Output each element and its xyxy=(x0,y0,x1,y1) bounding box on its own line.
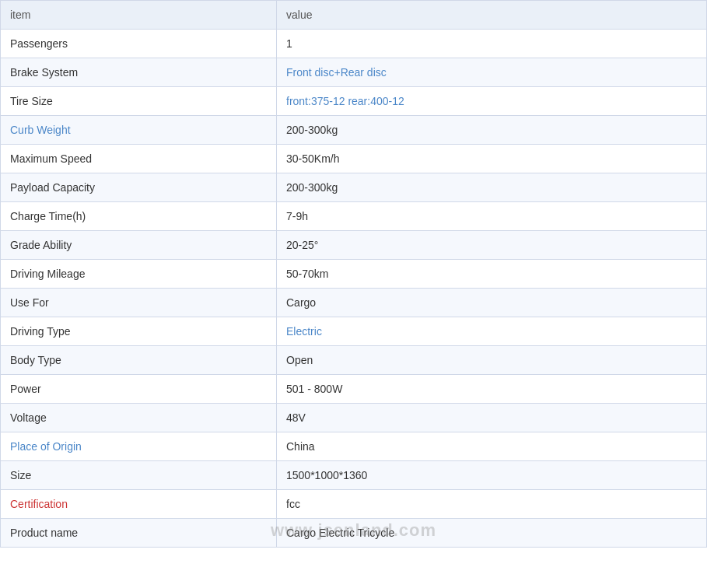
row-item: Tire Size xyxy=(1,87,277,115)
row-item: Use For xyxy=(1,289,277,317)
row-value: 501 - 800W xyxy=(277,375,706,403)
row-item: Driving Mileage xyxy=(1,260,277,288)
row-item: Maximum Speed xyxy=(1,145,277,173)
row-item: Driving Type xyxy=(1,317,277,345)
table-row: Tire Size front:375-12 rear:400-12 xyxy=(1,87,706,116)
row-value: 200-300kg xyxy=(277,116,706,144)
row-value: Cargo xyxy=(277,289,706,317)
row-item: Curb Weight xyxy=(1,116,277,144)
table-row: Body Type Open xyxy=(1,346,706,375)
table-row: Curb Weight 200-300kg xyxy=(1,116,706,145)
table-row: Charge Time(h) 7-9h xyxy=(1,202,706,231)
table-row: Voltage 48V xyxy=(1,404,706,432)
row-value: Electric xyxy=(277,317,706,345)
table-row: Power 501 - 800W xyxy=(1,375,706,404)
table-row: Certification fcc xyxy=(1,490,706,519)
row-item: Place of Origin xyxy=(1,432,277,460)
row-value: Cargo Electric Tricycle xyxy=(277,519,706,547)
row-value: China xyxy=(277,432,706,460)
table-row: Payload Capacity 200-300kg xyxy=(1,173,706,202)
row-value: front:375-12 rear:400-12 xyxy=(277,87,706,115)
table-row: Brake System Front disc+Rear disc xyxy=(1,58,706,87)
row-item: Charge Time(h) xyxy=(1,202,277,230)
row-value: 50-70km xyxy=(277,260,706,288)
table-row: Grade Ability 20-25° xyxy=(1,231,706,260)
row-item: Product name xyxy=(1,519,277,547)
table-row: Size 1500*1000*1360 xyxy=(1,461,706,490)
header-value: value xyxy=(277,1,706,29)
table-row: Product name Cargo Electric Tricycle xyxy=(1,519,706,547)
row-item: Power xyxy=(1,375,277,403)
specs-table: item value Passengers 1 Brake System Fro… xyxy=(0,0,707,548)
row-item: Voltage xyxy=(1,404,277,432)
row-value: 1 xyxy=(277,30,706,58)
row-item: Certification xyxy=(1,490,277,518)
row-item: Size xyxy=(1,461,277,489)
row-value: Front disc+Rear disc xyxy=(277,58,706,86)
row-item: Passengers xyxy=(1,30,277,58)
table-row: Place of Origin China xyxy=(1,432,706,461)
table-row: Driving Mileage 50-70km xyxy=(1,260,706,289)
table-header: item value xyxy=(1,1,706,30)
table-row: Passengers 1 xyxy=(1,30,706,58)
row-value: 200-300kg xyxy=(277,173,706,201)
row-value: 1500*1000*1360 xyxy=(277,461,706,489)
table-row: Maximum Speed 30-50Km/h xyxy=(1,145,706,173)
table-body: Passengers 1 Brake System Front disc+Rea… xyxy=(1,30,706,547)
row-value: 48V xyxy=(277,404,706,432)
row-item: Brake System xyxy=(1,58,277,86)
row-value: 20-25° xyxy=(277,231,706,259)
row-value: Open xyxy=(277,346,706,374)
row-value: 7-9h xyxy=(277,202,706,230)
header-item: item xyxy=(1,1,277,29)
row-item: Payload Capacity xyxy=(1,173,277,201)
row-item: Grade Ability xyxy=(1,231,277,259)
row-value: fcc xyxy=(277,490,706,518)
row-item: Body Type xyxy=(1,346,277,374)
table-row: Driving Type Electric xyxy=(1,317,706,346)
row-value: 30-50Km/h xyxy=(277,145,706,173)
table-row: Use For Cargo xyxy=(1,289,706,317)
